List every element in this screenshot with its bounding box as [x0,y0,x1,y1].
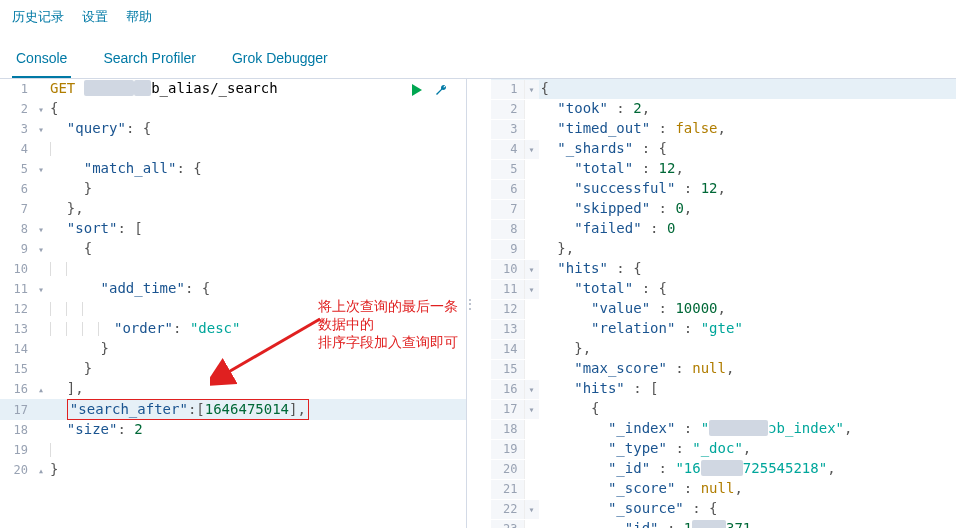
line-number: 14 [491,340,525,359]
tab-grok-debugger[interactable]: Grok Debugger [228,40,332,78]
fold-toggle[interactable]: ▾ [34,220,48,239]
line-number: 8 [491,220,525,239]
fold-toggle[interactable]: ▾ [525,280,539,299]
fold-toggle[interactable]: ▾ [34,100,48,119]
line-number: 7 [0,200,34,219]
pane-splitter[interactable]: ⋮ [467,79,473,528]
line-number: 15 [0,360,34,379]
fold-toggle[interactable]: ▾ [525,80,539,99]
line-number: 2 [0,100,34,119]
line-number: 7 [491,200,525,219]
menu-settings[interactable]: 设置 [82,8,108,26]
line-number: 18 [491,420,525,439]
line-number: 23 [491,520,525,528]
line-number: 9 [491,240,525,259]
line-number: 20 [491,460,525,479]
line-number: 21 [491,480,525,499]
fold-toggle[interactable]: ▾ [525,400,539,419]
line-number: 20 [0,461,34,480]
line-number: 19 [0,441,34,460]
line-number: 1 [0,80,34,99]
fold-toggle[interactable]: ▾ [525,380,539,399]
line-number: 16 [0,380,34,399]
fold-toggle[interactable]: ▾ [34,120,48,139]
tab-search-profiler[interactable]: Search Profiler [99,40,200,78]
line-number: 10 [491,260,525,279]
run-icon[interactable] [410,83,424,100]
line-number: 12 [0,300,34,319]
fold-toggle[interactable]: ▾ [34,160,48,179]
fold-toggle[interactable]: ▾ [525,140,539,159]
line-number: 6 [491,180,525,199]
request-editor[interactable]: 1GET xxxxxxxxb_alias/_search2▾{3▾ "query… [0,79,466,480]
menu-history[interactable]: 历史记录 [12,8,64,26]
tab-console[interactable]: Console [12,40,71,78]
line-number: 4 [0,140,34,159]
fold-toggle[interactable]: ▴ [34,380,48,399]
line-number: 5 [0,160,34,179]
line-number: 3 [0,120,34,139]
line-number: 4 [491,140,525,159]
response-viewer: 1▾{2 "took" : 2,3 "timed_out" : false,4▾… [491,79,957,528]
line-number: 2 [491,100,525,119]
line-number: 11 [0,280,34,299]
line-number: 11 [491,280,525,299]
line-number: 10 [0,260,34,279]
line-number: 12 [491,300,525,319]
line-number: 9 [0,240,34,259]
line-number: 16 [491,380,525,399]
menu-help[interactable]: 帮助 [126,8,152,26]
wrench-icon[interactable] [434,83,448,100]
fold-toggle[interactable]: ▾ [525,260,539,279]
fold-toggle[interactable]: ▾ [34,280,48,299]
line-number: 22 [491,500,525,519]
line-number: 13 [0,320,34,339]
fold-toggle[interactable]: ▴ [34,461,48,480]
line-number: 1 [491,80,525,99]
line-number: 17 [491,400,525,419]
line-number: 8 [0,220,34,239]
line-number: 5 [491,160,525,179]
line-number: 6 [0,180,34,199]
line-number: 19 [491,440,525,459]
line-number: 15 [491,360,525,379]
fold-toggle[interactable]: ▾ [525,500,539,519]
fold-toggle[interactable]: ▾ [34,240,48,259]
line-number: 13 [491,320,525,339]
line-number: 3 [491,120,525,139]
line-number: 18 [0,421,34,440]
line-number: 17 [0,401,34,420]
line-number: 14 [0,340,34,359]
